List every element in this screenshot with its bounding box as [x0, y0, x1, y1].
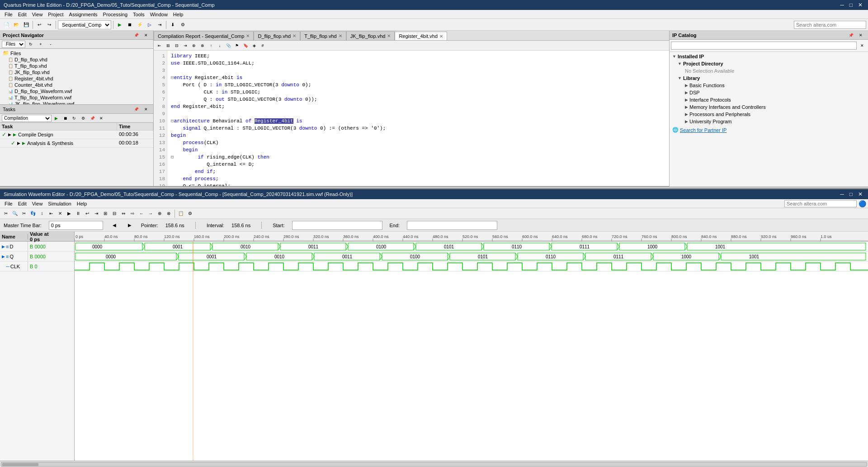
list-item[interactable]: 📋 D_flip_flop.vhd [1, 56, 152, 63]
ed-btn-13[interactable]: # [259, 42, 267, 50]
sim-menu-simulation[interactable]: Simulation [45, 200, 74, 207]
start-input[interactable] [292, 221, 382, 230]
sim-tb-3[interactable]: ✂ [20, 210, 28, 218]
menu-edit[interactable]: Edit [15, 11, 29, 18]
scrollbar-thumb[interactable] [2, 463, 38, 467]
ip-installed-ip[interactable]: ▼ Installed IP [670, 53, 867, 60]
sim-tb-8[interactable]: ▶ [65, 210, 73, 218]
master-time-input[interactable] [49, 221, 103, 230]
nav-pin-button[interactable]: 📌 [132, 31, 141, 40]
sim-tb-4[interactable]: 👣 [29, 210, 37, 218]
ip-close-button[interactable]: ✕ [856, 31, 865, 40]
menu-tools[interactable]: Tools [130, 11, 147, 18]
ip-memory-interfaces[interactable]: ▶ Memory Interfaces and Controllers [670, 103, 867, 111]
code-editor[interactable]: 12345 678910 1112131415 1617181920 libra… [154, 51, 669, 186]
tasks-close2-button[interactable]: ✕ [97, 114, 106, 123]
ed-btn-5[interactable]: ⊕ [190, 42, 198, 50]
redo-button[interactable]: ↪ [45, 20, 54, 29]
menu-help[interactable]: Help [170, 11, 186, 18]
sim-next-button[interactable]: ▶ [126, 221, 134, 229]
sim-maximize-button[interactable]: □ [848, 191, 854, 197]
sim-tb-19[interactable]: ⊗ [165, 210, 173, 218]
nav-expand-button[interactable]: + [36, 40, 45, 49]
ip-search-input[interactable] [671, 42, 857, 50]
list-item[interactable]: 📊 T_flip_flop_Waveform.vwf [1, 94, 152, 101]
sim-prev-button[interactable]: ◀ [110, 221, 118, 229]
sim-tb-13[interactable]: ⊟ [110, 210, 118, 218]
signal-row-clk[interactable]: ▶ ─ CLK B 0 [0, 262, 74, 271]
ip-project-directory[interactable]: ▼ Project Directory [670, 60, 867, 67]
step-button[interactable]: ⇥ [155, 20, 164, 29]
menu-project[interactable]: Project [45, 11, 66, 18]
sim-tb-2[interactable]: 🔍 [11, 210, 19, 218]
analyze-button[interactable]: ⚡ [135, 20, 144, 29]
nav-collapse-button[interactable]: - [46, 40, 55, 49]
close-button[interactable]: ✕ [856, 2, 864, 8]
task-row-2[interactable]: ✓ ▶ ▶ Analysis & Synthesis 00:00:18 [0, 139, 153, 148]
minimize-button[interactable]: ─ [838, 2, 846, 8]
code-content[interactable]: library IEEE; use IEEE.STD_LOGIC_1164.AL… [167, 51, 669, 186]
tab-compilation-close[interactable]: ✕ [246, 33, 250, 38]
sim-tb-12[interactable]: ⊞ [101, 210, 109, 218]
menu-processing[interactable]: Processing [100, 11, 130, 18]
sim-tb-18[interactable]: ⊕ [156, 210, 164, 218]
tasks-pin-button[interactable]: 📌 [132, 105, 141, 114]
ip-library[interactable]: ▼ Library [670, 75, 867, 82]
tree-root[interactable]: 📁 Files [1, 50, 152, 56]
list-item[interactable]: 📋 T_flip_flop.vhd [1, 63, 152, 69]
sim-tb-21[interactable]: ⚙ [186, 210, 194, 218]
ed-btn-10[interactable]: ⚑ [233, 42, 241, 50]
sim-minimize-button[interactable]: ─ [838, 191, 846, 197]
ed-btn-3[interactable]: ⊟ [173, 42, 181, 50]
tasks-filter[interactable]: Compilation [2, 115, 52, 122]
project-combo[interactable]: Sequential_Comp [58, 20, 111, 29]
ed-btn-6[interactable]: ⊗ [198, 42, 207, 50]
ed-btn-8[interactable]: ↓ [216, 42, 224, 50]
sim-menu-view[interactable]: View [29, 200, 46, 207]
end-input[interactable] [407, 221, 497, 230]
menu-view[interactable]: View [29, 11, 46, 18]
ed-btn-9[interactable]: 📎 [224, 42, 232, 50]
run-button[interactable]: ▷ [145, 20, 154, 29]
sim-tb-11[interactable]: ⇥ [92, 210, 100, 218]
sim-tb-10[interactable]: ↩ [83, 210, 91, 218]
tasks-stop-button[interactable]: ⏹ [61, 114, 70, 123]
tab-d-flip-flop[interactable]: D_flip_flop.vhd ✕ [254, 31, 300, 40]
tab-jk-flip-flop[interactable]: JK_flip_flop.vhd ✕ [346, 31, 395, 40]
sim-tb-9[interactable]: ⏸ [74, 210, 82, 218]
tab-t-flip-flop[interactable]: T_flip_flop.vhd ✕ [300, 31, 346, 40]
menu-file[interactable]: File [2, 11, 15, 18]
sim-close-button[interactable]: ✕ [856, 191, 864, 197]
sim-menu-file[interactable]: File [2, 200, 15, 207]
sim-tb-20[interactable]: 📋 [177, 210, 185, 218]
program-button[interactable]: ⬇ [168, 20, 177, 29]
ed-btn-12[interactable]: ◈ [250, 42, 258, 50]
list-item[interactable]: 📊 JK_flip_flop_Waveform.vwf [1, 101, 152, 104]
list-item[interactable]: 📋 Counter_4bit.vhd [1, 82, 152, 88]
tab-t-flip-close[interactable]: ✕ [339, 33, 342, 38]
ip-university-program[interactable]: ▶ University Program [670, 118, 867, 125]
task-row-1[interactable]: ✓ ▶ ▶ Compile Design 00:00:36 [0, 131, 153, 139]
ip-dsp[interactable]: ▶ DSP [670, 89, 867, 96]
list-item[interactable]: 📋 JK_flip_flop.vhd [1, 69, 152, 75]
ed-btn-2[interactable]: ⊞ [164, 42, 172, 50]
sim-search-input[interactable] [784, 200, 857, 207]
menu-assignments[interactable]: Assignments [66, 11, 100, 18]
ip-interface-protocols[interactable]: ▶ Interface Protocols [670, 96, 867, 103]
tasks-settings-button[interactable]: ⚙ [79, 114, 88, 123]
tab-register-close[interactable]: ✕ [439, 34, 443, 39]
tab-jk-flip-close[interactable]: ✕ [387, 33, 391, 38]
signal-row-d[interactable]: ▶ ≡ D B 0000 [0, 242, 74, 252]
tab-d-flip-close[interactable]: ✕ [292, 33, 296, 38]
sim-menu-help[interactable]: Help [74, 200, 90, 207]
list-item[interactable]: 📊 D_flip_flop_Waveform.vwf [1, 88, 152, 94]
list-item[interactable]: 📋 Register_4bit.vhd [1, 75, 152, 82]
open-file-button[interactable]: 📂 [12, 20, 21, 29]
ed-btn-1[interactable]: ⇤ [156, 42, 164, 50]
sim-tb-16[interactable]: ← [137, 210, 146, 218]
ed-btn-4[interactable]: ⇥ [181, 42, 189, 50]
sim-tb-6[interactable]: ⇤ [47, 210, 55, 218]
config-button[interactable]: ⚙ [178, 20, 187, 29]
nav-refresh-button[interactable]: ↻ [26, 40, 35, 49]
undo-button[interactable]: ↩ [35, 20, 44, 29]
